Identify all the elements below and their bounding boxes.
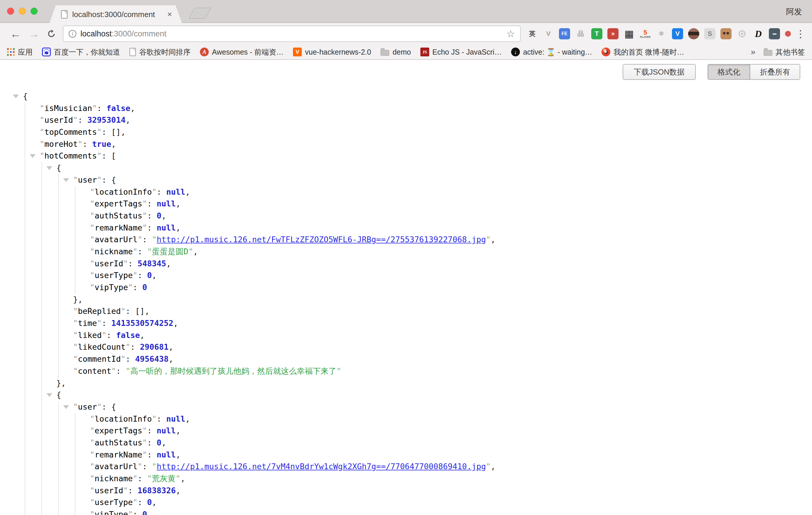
address-bar[interactable]: i localhost :3000/comment ☆ xyxy=(63,26,521,42)
json-literal: 0 xyxy=(157,438,162,447)
bookmark-item[interactable]: JSEcho JS - JavaScri… xyxy=(420,48,502,56)
json-literal: 0 xyxy=(147,271,152,280)
json-comma: , xyxy=(126,115,130,124)
json-key-quote: " xyxy=(121,354,126,364)
bookmark-item[interactable]: 我的首页 微博-随时… xyxy=(602,47,684,57)
json-line: "authStatus": 0, xyxy=(90,210,812,222)
reload-button-icon[interactable] xyxy=(47,29,56,39)
window-zoom-button[interactable] xyxy=(31,8,37,15)
bookmark-item[interactable]: 谷歌按时间排序 xyxy=(129,47,191,57)
s-grey-icon[interactable]: S xyxy=(704,28,716,39)
bookmark-label: 谷歌按时间排序 xyxy=(139,47,191,57)
window-close-button[interactable] xyxy=(7,8,14,15)
json-colon: : xyxy=(147,426,157,435)
collapse-toggle-icon[interactable] xyxy=(63,405,69,409)
vimium-icon[interactable]: V xyxy=(543,28,554,39)
json-key: expertTags xyxy=(94,199,142,208)
json-key-quote: " xyxy=(97,402,102,411)
collapse-toggle-icon[interactable] xyxy=(63,178,69,182)
new-tab-button[interactable] xyxy=(188,8,211,19)
bookmark-star-icon[interactable]: ☆ xyxy=(506,28,515,39)
json-key: isMusician xyxy=(44,104,92,113)
bookmark-item[interactable]: AAwesomes - 前端资… xyxy=(200,47,284,57)
sitemap-icon[interactable]: 品 xyxy=(575,28,586,39)
apps-label: 应用 xyxy=(18,47,33,57)
onetab-icon[interactable] xyxy=(785,31,791,37)
json-colon: : xyxy=(147,450,157,459)
back-button-icon[interactable]: ← xyxy=(10,28,21,39)
window-minimize-button[interactable] xyxy=(19,8,26,15)
profile-name[interactable]: 阿发 xyxy=(786,6,802,17)
json-key-quote: " xyxy=(40,140,44,149)
json-key-quote: " xyxy=(40,115,44,124)
other-bookmarks[interactable]: 其他书签 xyxy=(763,47,805,57)
bookmark-label: Echo JS - JavaScri… xyxy=(432,48,502,56)
weibo-grey-icon[interactable] xyxy=(736,28,748,39)
json-string-quote: " xyxy=(126,366,130,375)
translate-icon[interactable]: 英 xyxy=(527,28,538,39)
collapse-all-button[interactable]: 折叠所有 xyxy=(750,65,800,79)
d-reader-icon[interactable]: D xyxy=(753,28,764,39)
json-link[interactable]: http://p1.music.126.net/7vM4nvBdrYw1cWgk… xyxy=(157,462,486,471)
json-key: locationInfo xyxy=(94,187,152,196)
json-key-quote: " xyxy=(142,211,147,220)
collapse-toggle-icon[interactable] xyxy=(47,166,52,170)
bookmark-item[interactable]: demo xyxy=(380,48,411,56)
json-colon: : xyxy=(107,331,116,340)
download-json-button[interactable]: 下载JSON数据 xyxy=(622,64,696,80)
browser-menu-icon[interactable]: ⋮ xyxy=(795,28,806,40)
json-string: 荒灰黄 xyxy=(152,474,176,483)
bookmark-label: Awesomes - 前端资… xyxy=(212,47,284,57)
vimium-icon-glyph: V xyxy=(546,31,551,37)
bookmarks-overflow-icon[interactable]: » xyxy=(751,47,755,57)
page-info-icon[interactable]: i xyxy=(69,30,76,37)
shield-t-icon[interactable]: T xyxy=(591,28,602,39)
json-line: "userId": 548345, xyxy=(90,258,812,270)
json-key-quote: " xyxy=(142,199,147,208)
forward-button-icon: → xyxy=(28,28,39,39)
html5-player-icon[interactable]: 5PLAYER xyxy=(640,28,651,39)
collapse-toggle-icon[interactable] xyxy=(13,94,19,98)
fast-forward-icon[interactable]: » xyxy=(607,28,618,39)
json-key-quote: " xyxy=(90,438,94,447)
json-key-quote: " xyxy=(133,498,137,507)
tab-close-icon[interactable]: × xyxy=(167,10,172,19)
json-key: user xyxy=(78,175,97,184)
collapse-toggle-icon[interactable] xyxy=(47,393,52,397)
format-button[interactable]: 格式化 xyxy=(708,65,750,79)
json-colon: : xyxy=(138,247,147,256)
url-host: localhost xyxy=(81,29,112,38)
json-key-quote: " xyxy=(128,283,133,292)
json-key-quote: " xyxy=(90,199,94,208)
extensions-area: 英VFE品T»▦5PLAYER✱VSD••• xyxy=(527,28,791,39)
qrcode-icon[interactable]: ▦ xyxy=(624,28,635,39)
fe-helper-icon[interactable]: FE xyxy=(559,28,570,39)
json-comma: , xyxy=(180,474,185,483)
json-comma: , xyxy=(169,342,173,351)
v-download-icon[interactable]: V xyxy=(672,28,683,39)
json-key-quote: " xyxy=(90,223,94,232)
json-literal: null xyxy=(166,414,185,423)
mask-icon[interactable] xyxy=(688,28,699,39)
bookmark-item[interactable]: Vvue-hackernews-2.0 xyxy=(293,48,371,56)
dots-icon[interactable]: ••• xyxy=(769,28,780,39)
bookmark-item[interactable]: 百度一下，你就知道 xyxy=(42,47,120,57)
paw-icon[interactable]: ✱ xyxy=(656,28,667,39)
apps-shortcut[interactable]: 应用 xyxy=(7,47,33,57)
json-empty-array: [] xyxy=(135,307,145,316)
json-colon: : xyxy=(157,414,167,423)
json-key: likedCount xyxy=(78,342,126,351)
bookmark-item[interactable]: ↓active: ⌛ - waiting… xyxy=(511,48,592,56)
json-key-quote: " xyxy=(90,426,94,435)
down-circle-icon: ↓ xyxy=(511,48,520,56)
bookmark-label: 百度一下，你就知道 xyxy=(54,47,120,57)
json-key-quote: " xyxy=(73,331,78,340)
json-key-quote: " xyxy=(97,175,102,184)
json-link[interactable]: http://p1.music.126.net/FwTFLzZFZOZO5WFL… xyxy=(157,235,486,244)
json-key: beReplied xyxy=(78,307,121,316)
collapse-toggle-icon[interactable] xyxy=(30,154,35,158)
json-colon: : xyxy=(97,104,107,113)
json-literal: 548345 xyxy=(138,259,167,268)
tampermonkey-icon[interactable] xyxy=(720,28,731,39)
browser-tab[interactable]: localhost:3000/comment × xyxy=(49,5,182,24)
